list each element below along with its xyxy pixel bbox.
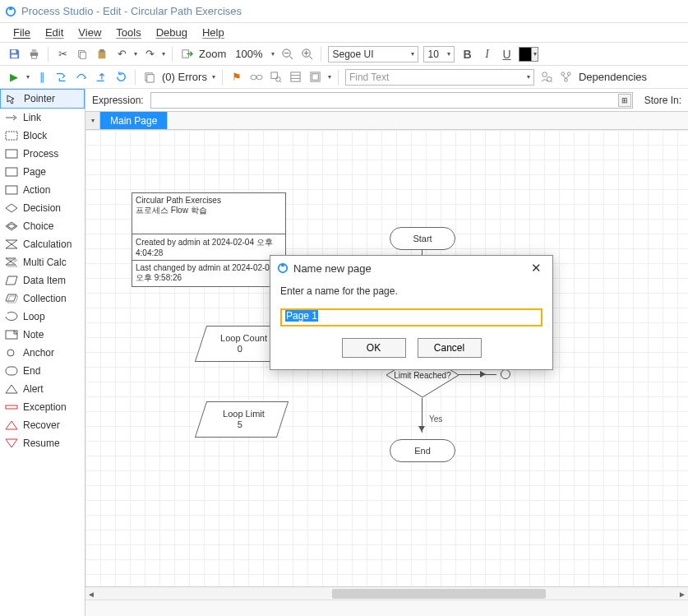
- reset-icon[interactable]: [113, 70, 128, 85]
- undo-icon[interactable]: ↶: [114, 47, 129, 62]
- expression-input[interactable]: ⊞: [150, 92, 633, 109]
- zoom-in-icon[interactable]: [299, 47, 314, 62]
- font-name-select[interactable]: Segoe UI▾: [328, 46, 418, 63]
- palette-link[interactable]: Link: [0, 109, 85, 127]
- start-stage[interactable]: Start: [390, 227, 455, 250]
- palette-loop[interactable]: Loop: [0, 308, 85, 326]
- run-icon[interactable]: ▶: [7, 70, 21, 85]
- anchor-stage[interactable]: [501, 369, 510, 379]
- bold-button[interactable]: B: [459, 47, 474, 62]
- pointer-icon: [6, 94, 19, 104]
- step-over-icon[interactable]: [74, 70, 89, 85]
- find-person-icon[interactable]: [539, 70, 554, 85]
- flag-icon[interactable]: ⚑: [229, 70, 244, 85]
- scroll-thumb[interactable]: [332, 589, 546, 599]
- paste-icon[interactable]: [95, 47, 109, 62]
- canvas-viewport[interactable]: Circular Path Exercises 프로세스 Flow 학습 Cre…: [85, 130, 688, 586]
- layout-dropdown-icon[interactable]: ▾: [328, 73, 331, 81]
- tabs-dropdown-icon[interactable]: ▾: [85, 112, 100, 129]
- dependencies-label[interactable]: Dependencies: [579, 71, 647, 83]
- element-list-icon[interactable]: [289, 70, 303, 85]
- cancel-button[interactable]: Cancel: [418, 338, 482, 358]
- menu-tools[interactable]: Tools: [116, 26, 141, 39]
- svg-rect-26: [291, 72, 300, 81]
- page-name-input[interactable]: Page 1: [280, 308, 543, 327]
- palette-process[interactable]: Process: [0, 145, 85, 163]
- redo-dropdown-icon[interactable]: ▾: [162, 50, 165, 58]
- data-loop-limit[interactable]: Loop Limit5: [195, 401, 289, 438]
- palette-collection[interactable]: Collection: [0, 289, 85, 308]
- exception-icon: [5, 402, 18, 412]
- step-out-icon[interactable]: [94, 70, 109, 85]
- end-stage[interactable]: End: [390, 439, 455, 462]
- export-icon[interactable]: [179, 47, 194, 62]
- dialog-close-button[interactable]: ✕: [526, 258, 546, 278]
- menu-edit[interactable]: Edit: [45, 26, 63, 39]
- errors-dropdown-icon[interactable]: ▾: [212, 73, 215, 81]
- palette-dataitem[interactable]: Data Item: [0, 271, 85, 289]
- palette-alert[interactable]: Alert: [0, 380, 85, 398]
- errors-label[interactable]: (0) Errors: [162, 71, 207, 83]
- zoom-value[interactable]: 100%: [231, 47, 266, 61]
- svg-point-36: [565, 78, 568, 81]
- step-into-icon[interactable]: [54, 70, 69, 85]
- svg-point-34: [561, 72, 565, 76]
- undo-dropdown-icon[interactable]: ▾: [134, 50, 137, 58]
- font-color-button[interactable]: ▾: [519, 47, 538, 62]
- palette-page[interactable]: Page: [0, 163, 85, 181]
- svg-rect-2: [11, 50, 16, 53]
- pause-icon[interactable]: ∥: [35, 70, 49, 85]
- collection-icon: [5, 294, 18, 303]
- expression-expand-icon[interactable]: ⊞: [618, 94, 631, 107]
- palette-decision[interactable]: Decision: [0, 199, 85, 217]
- separator: [338, 70, 339, 85]
- search-process-icon[interactable]: [269, 70, 284, 85]
- zoom-out-icon[interactable]: [279, 47, 294, 62]
- process-icon: [5, 149, 18, 159]
- redo-icon[interactable]: ↷: [142, 47, 157, 62]
- menu-debug[interactable]: Debug: [156, 26, 187, 39]
- dialog-icon: [277, 262, 289, 274]
- svg-rect-30: [312, 74, 319, 81]
- palette-pointer[interactable]: Pointer: [0, 89, 85, 109]
- palette-anchor[interactable]: Anchor: [0, 344, 85, 362]
- menu-file[interactable]: File: [13, 26, 30, 39]
- tab-main-page[interactable]: Main Page: [100, 112, 168, 129]
- full-screen-icon[interactable]: [308, 70, 323, 85]
- copy-icon[interactable]: [75, 47, 90, 62]
- palette-end[interactable]: End: [0, 362, 85, 380]
- window-titlebar: Process Studio - Edit - Circular Path Ex…: [0, 0, 688, 23]
- errors-icon[interactable]: [142, 70, 157, 85]
- horizontal-scrollbar[interactable]: ◄ ►: [85, 586, 688, 600]
- svg-point-35: [568, 72, 571, 76]
- palette-choice[interactable]: Choice: [0, 217, 85, 235]
- print-icon[interactable]: [26, 47, 41, 62]
- toolbar-format: ✂ ↶ ▾ ↷ ▾ Zoom 100% ▾ Segoe UI▾ 10▾ B I …: [0, 43, 688, 66]
- scroll-left-icon[interactable]: ◄: [85, 587, 97, 600]
- palette-resume[interactable]: Resume: [0, 434, 85, 452]
- palette-exception[interactable]: Exception: [0, 398, 85, 416]
- menu-view[interactable]: View: [78, 26, 101, 39]
- scroll-right-icon[interactable]: ►: [676, 587, 688, 600]
- zoom-dropdown-icon[interactable]: ▾: [271, 50, 275, 58]
- palette-action[interactable]: Action: [0, 181, 85, 199]
- save-icon[interactable]: [7, 47, 21, 62]
- underline-button[interactable]: U: [499, 47, 514, 62]
- arrow-icon: [418, 426, 425, 432]
- italic-button[interactable]: I: [479, 47, 494, 62]
- process-info-box[interactable]: Circular Path Exercises 프로세스 Flow 학습 Cre…: [132, 192, 286, 287]
- ok-button[interactable]: OK: [342, 338, 406, 358]
- palette-block[interactable]: Block: [0, 127, 85, 145]
- link-icon[interactable]: [249, 70, 264, 85]
- find-input[interactable]: Find Text▾: [345, 69, 534, 86]
- dialog-titlebar: Name new page ✕: [270, 256, 552, 280]
- font-size-select[interactable]: 10▾: [423, 46, 455, 63]
- menu-help[interactable]: Help: [202, 26, 224, 39]
- palette-calculation[interactable]: Calculation: [0, 235, 85, 253]
- palette-note[interactable]: Note: [0, 326, 85, 344]
- palette-recover[interactable]: Recover: [0, 416, 85, 434]
- palette-multicalc[interactable]: Multi Calc: [0, 253, 85, 271]
- run-dropdown-icon[interactable]: ▾: [26, 73, 30, 81]
- cut-icon[interactable]: ✂: [55, 47, 70, 62]
- dependencies-icon[interactable]: [559, 70, 574, 85]
